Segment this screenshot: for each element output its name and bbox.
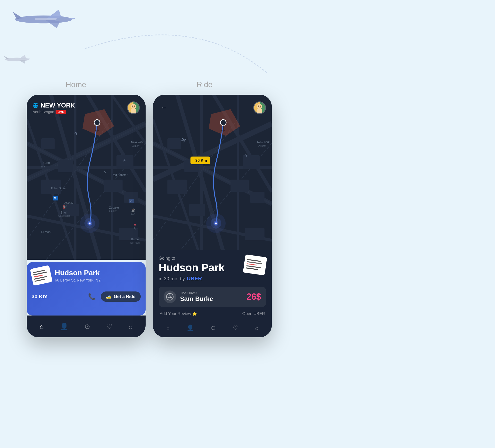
phone-icon[interactable]: 📞: [88, 293, 96, 300]
svg-point-66: [131, 104, 136, 109]
city-name: 🌐 NEW YORK: [32, 102, 75, 109]
nav-search-icon[interactable]: ⌕: [129, 323, 133, 331]
svg-text:Airport: Airport: [132, 145, 139, 147]
svg-text:★: ★: [134, 223, 137, 226]
review-section: Add Your Review ⭐: [160, 311, 197, 316]
ride-map-svg: ✈ ✈ New York Airport 30 Km: [153, 95, 272, 260]
home-phone: ✈ ✈ Soho mall Fulton Street Shell Gas st…: [27, 95, 146, 337]
card-actions: 📞 🚕 Get a Ride: [88, 292, 141, 302]
svg-text:Burge: Burge: [131, 238, 139, 241]
ride-nav-favorites-icon[interactable]: ♡: [233, 324, 238, 331]
svg-text:Di Mark: Di Mark: [41, 230, 52, 234]
home-map-header: 🌐 NEW YORK North Bergan LIVE: [32, 101, 140, 114]
svg-point-101: [215, 223, 217, 224]
svg-point-37: [89, 223, 91, 224]
svg-text:Red Lobster: Red Lobster: [112, 173, 127, 177]
svg-point-68: [132, 106, 133, 107]
driver-info: The Driver Sam Burke: [180, 291, 243, 303]
ride-avatar: [253, 101, 266, 114]
star-icon: ⭐: [192, 312, 197, 316]
svg-text:mall: mall: [41, 165, 46, 168]
ride-map-header: ←: [159, 101, 266, 114]
ride-bottom-nav: ⌂ 👤 ⊙ ♡ ⌕: [153, 318, 272, 337]
ride-bottom-panel: Going to Hudson Park in 30 min by UBER T…: [153, 250, 272, 337]
ride-nav-search-icon[interactable]: ⌕: [255, 324, 258, 331]
svg-rect-111: [257, 109, 262, 113]
globe-icon: 🌐: [32, 102, 39, 108]
ride-actions: Add Your Review ⭐ Open UBER: [159, 311, 266, 316]
city-info: 🌐 NEW YORK North Bergan LIVE: [32, 102, 75, 114]
home-bottom-nav: ⌂ 👤 ⊙ ♡ ⌕: [27, 316, 146, 337]
driver-name: Sam Burke: [180, 295, 243, 303]
home-map: ✈ ✈ Soho mall Fulton Street Shell Gas st…: [27, 95, 146, 260]
svg-line-118: [171, 297, 173, 298]
review-label: Add Your Review: [160, 311, 191, 316]
get-ride-button[interactable]: 🚕 Get a Ride: [101, 292, 141, 302]
city-name-text: NEW YORK: [41, 102, 75, 109]
svg-point-30: [96, 121, 98, 124]
svg-point-32: [95, 130, 99, 132]
home-screen-label: Home: [66, 80, 86, 89]
svg-text:Airport: Airport: [258, 145, 266, 147]
svg-point-115: [169, 296, 171, 298]
svg-text:Sg...: Sg...: [134, 227, 138, 230]
ride-ticket-line-red: [247, 263, 257, 266]
ride-nav-location-icon[interactable]: ⊙: [211, 324, 216, 331]
svg-point-112: [258, 106, 259, 107]
destination-card: Hudson Park 66 Leroy St, New York, NY...…: [27, 262, 146, 316]
ride-eta: in 30 min by UBER: [159, 275, 266, 282]
svg-text:☕: ☕: [131, 208, 135, 212]
nav-favorites-icon[interactable]: ♡: [106, 322, 112, 331]
svg-rect-25: [41, 138, 55, 149]
ride-nav-profile-icon[interactable]: 👤: [187, 324, 194, 331]
ride-ticket-icon: [243, 254, 267, 275]
svg-line-117: [167, 297, 169, 298]
live-badge: LIVE: [55, 110, 66, 114]
svg-rect-86: [167, 180, 187, 194]
svg-text:M: M: [54, 196, 56, 200]
svg-rect-90: [231, 180, 249, 192]
car-icon: 🚕: [106, 294, 111, 299]
open-uber-button[interactable]: Open UBER: [242, 311, 265, 316]
svg-rect-91: [189, 204, 205, 216]
nav-profile-icon[interactable]: 👤: [60, 322, 69, 331]
svg-text:Shell: Shell: [61, 211, 67, 214]
ride-screen-label: Ride: [196, 80, 213, 89]
svg-text:⛽: ⛽: [63, 205, 67, 209]
card-address: 66 Leroy St, New York, NY...: [55, 278, 141, 282]
svg-rect-26: [104, 180, 123, 192]
svg-rect-67: [131, 109, 136, 113]
svg-text:fast food: fast food: [130, 241, 139, 244]
ticket-icon: [30, 265, 53, 286]
svg-text:Fulton Street: Fulton Street: [51, 187, 66, 190]
svg-text:Zobake: Zobake: [109, 206, 119, 210]
large-airplane-icon: [7, 7, 75, 31]
ride-map: ✈ ✈ New York Airport 30 Km ←: [153, 95, 272, 260]
svg-text:✕: ✕: [104, 170, 107, 174]
svg-text:COF: COF: [131, 213, 136, 215]
svg-point-113: [260, 106, 261, 107]
svg-text:bakery: bakery: [109, 210, 116, 212]
nav-home-icon[interactable]: ⌂: [40, 323, 44, 331]
card-distance: 30 Km: [31, 294, 48, 300]
card-bottom: 30 Km 📞 🚕 Get a Ride: [31, 288, 141, 302]
steering-icon: [164, 291, 176, 303]
get-ride-label: Get a Ride: [114, 294, 135, 299]
small-airplane-icon: [2, 53, 31, 66]
svg-text:30 Km: 30 Km: [195, 158, 207, 163]
svg-text:P: P: [130, 199, 132, 203]
ride-phone: ✈ ✈ New York Airport 30 Km ←: [153, 95, 272, 337]
driver-price: 26$: [247, 292, 261, 302]
nav-location-icon[interactable]: ⊙: [84, 322, 90, 331]
driver-label: The Driver: [180, 291, 243, 295]
svg-point-69: [134, 106, 135, 107]
ride-ticket-line-4: [246, 267, 258, 270]
back-button[interactable]: ←: [159, 102, 169, 113]
card-destination-info: Hudson Park 66 Leroy St, New York, NY...: [55, 269, 141, 282]
svg-text:Gas station: Gas station: [58, 214, 71, 217]
driver-card: The Driver Sam Burke 26$: [159, 287, 266, 307]
city-sub: North Bergan LIVE: [32, 110, 75, 114]
ride-nav-home-icon[interactable]: ⌂: [166, 324, 170, 331]
svg-point-110: [257, 104, 262, 109]
svg-text:Soho: Soho: [42, 161, 50, 165]
